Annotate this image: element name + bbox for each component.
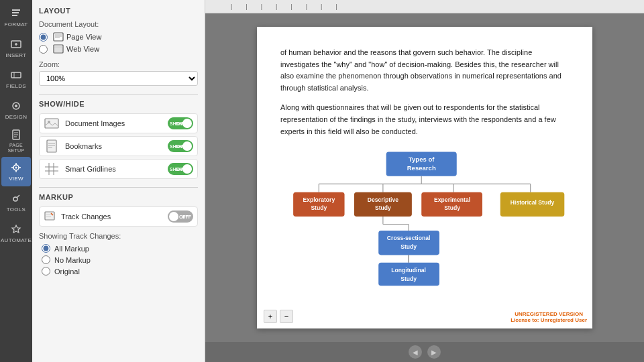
original-option[interactable]: Original bbox=[42, 267, 198, 276]
document-page: of human behavior and the reasons that g… bbox=[257, 27, 592, 328]
track-changes-label: Track Changes bbox=[61, 213, 111, 221]
svg-rect-27 bbox=[54, 48, 62, 52]
smart-gridlines-icon bbox=[44, 162, 60, 176]
all-markup-option[interactable]: All Markup bbox=[42, 244, 198, 253]
web-view-icon bbox=[53, 44, 64, 54]
next-page-button[interactable]: ▶ bbox=[427, 345, 441, 359]
page-view-radio[interactable] bbox=[39, 33, 48, 42]
view-radio-group: Page View Web View bbox=[39, 32, 198, 54]
ruler: |||||||| bbox=[205, 0, 644, 13]
longitudinal-node bbox=[378, 263, 439, 286]
no-markup-option[interactable]: No Markup bbox=[42, 255, 198, 264]
svg-text:Cross-sectional: Cross-sectional bbox=[387, 235, 430, 242]
research-diagram: Types of Research Exploratory Study bbox=[280, 145, 569, 290]
unregistered-badge: UNREGISTERED VERSION License to: Unregis… bbox=[511, 311, 587, 323]
prev-page-button[interactable]: ◀ bbox=[409, 345, 422, 359]
markup-title: MARKUP bbox=[39, 193, 198, 201]
web-view-option[interactable]: Web View bbox=[39, 44, 198, 54]
sidebar-item-page-setup-label: PAGE SETUP bbox=[1, 143, 31, 153]
zoom-out-button[interactable]: − bbox=[280, 310, 293, 323]
diagram-container: Types of Research Exploratory Study bbox=[280, 145, 569, 290]
zoom-in-button[interactable]: + bbox=[264, 310, 277, 323]
page-view-icon bbox=[53, 32, 64, 42]
sidebar-item-insert-label: INSERT bbox=[6, 52, 27, 58]
zoom-select[interactable]: 100% 50% 75% 125% 150% 200% bbox=[39, 71, 198, 86]
sidebar-item-fields[interactable]: FIELDS bbox=[1, 64, 31, 94]
toggle-knob bbox=[182, 119, 192, 128]
svg-rect-28 bbox=[45, 119, 58, 128]
markup-options: All Markup No Markup Original bbox=[39, 244, 198, 276]
divider-2 bbox=[39, 187, 198, 188]
sidebar-item-format-label: FORMAT bbox=[5, 21, 28, 27]
sidebar-item-automate[interactable]: AUTOMATE bbox=[1, 219, 31, 248]
layout-title: LAYOUT bbox=[39, 7, 198, 15]
web-view-radio[interactable] bbox=[39, 45, 48, 54]
main-content: |||||||| of human behavior and the reaso… bbox=[205, 0, 644, 362]
svg-text:Study: Study bbox=[400, 243, 417, 250]
all-markup-radio[interactable] bbox=[42, 244, 50, 253]
svg-text:Study: Study bbox=[375, 205, 391, 212]
zoom-label: Zoom: bbox=[39, 60, 198, 68]
sidebar-item-view[interactable]: VIEW bbox=[1, 157, 31, 186]
no-markup-label: No Markup bbox=[54, 256, 91, 264]
sidebar-item-automate-label: AUTOMATE bbox=[1, 237, 32, 243]
original-label: Original bbox=[54, 267, 80, 276]
page-view-option[interactable]: Page View bbox=[39, 32, 198, 42]
bookmarks-toggle[interactable]: SHOW bbox=[168, 140, 193, 152]
svg-text:Experimental: Experimental bbox=[434, 196, 470, 203]
sidebar-item-tools[interactable]: TOOLS bbox=[1, 188, 31, 217]
sidebar-item-fields-label: FIELDS bbox=[6, 83, 26, 89]
divider-1 bbox=[39, 94, 198, 95]
sidebar-item-design-label: DESIGN bbox=[5, 114, 27, 120]
track-changes-row: Track Changes OFF bbox=[39, 206, 198, 227]
sidebar-item-view-label: VIEW bbox=[9, 176, 23, 182]
sidebar-item-insert[interactable]: INSERT bbox=[1, 34, 31, 63]
show-hide-section: SHOW/HIDE Document Images SHOW bbox=[39, 100, 198, 179]
sidebar-item-page-setup[interactable]: PAGE SETUP bbox=[1, 126, 31, 156]
svg-rect-6 bbox=[11, 72, 21, 78]
svg-point-20 bbox=[13, 197, 17, 201]
toggle-knob-2 bbox=[182, 141, 192, 151]
track-changes-icon bbox=[44, 210, 56, 223]
sidebar-item-tools-label: TOOLS bbox=[7, 206, 25, 213]
document-area[interactable]: of human behavior and the reasons that g… bbox=[205, 13, 644, 342]
sidebar-item-design[interactable]: DESIGN bbox=[1, 95, 31, 125]
bookmarks-icon bbox=[44, 139, 60, 153]
svg-text:Study: Study bbox=[444, 205, 460, 212]
svg-rect-21 bbox=[54, 33, 63, 41]
markup-section: MARKUP Track Changes OFF Showing Track bbox=[39, 193, 198, 276]
original-radio[interactable] bbox=[42, 267, 50, 276]
document-images-icon bbox=[44, 117, 60, 130]
bookmarks-row: Bookmarks SHOW bbox=[39, 136, 198, 156]
svg-text:Longitudinal: Longitudinal bbox=[391, 267, 426, 274]
web-view-label: Web View bbox=[66, 45, 99, 53]
svg-rect-2 bbox=[12, 15, 17, 16]
view-panel: LAYOUT Document Layout: Page View bbox=[32, 0, 205, 362]
paragraph-2: Along with questionnaires that will be g… bbox=[280, 102, 569, 137]
document-images-toggle[interactable]: SHOW bbox=[168, 117, 193, 129]
bookmarks-label: Bookmarks bbox=[65, 142, 102, 150]
svg-text:Study: Study bbox=[400, 276, 417, 282]
svg-text:Descriptive: Descriptive bbox=[368, 196, 399, 203]
svg-text:Types of: Types of bbox=[409, 156, 435, 163]
document-images-label: Document Images bbox=[65, 119, 125, 127]
svg-point-15 bbox=[15, 167, 17, 169]
smart-gridlines-toggle[interactable]: SHOW bbox=[168, 163, 193, 175]
page-view-label: Page View bbox=[66, 33, 101, 41]
sidebar-item-format[interactable]: FORMAT bbox=[1, 3, 31, 32]
showing-label: Showing Track Changes: bbox=[39, 232, 198, 240]
no-markup-radio[interactable] bbox=[42, 255, 50, 264]
track-changes-toggle[interactable]: OFF bbox=[168, 210, 193, 223]
icon-sidebar: FORMAT INSERT FIELDS DESIGN PAGE SETUP bbox=[0, 0, 32, 362]
document-images-row: Document Images SHOW bbox=[39, 113, 198, 133]
svg-point-9 bbox=[15, 105, 17, 107]
smart-gridlines-label: Smart Gridlines bbox=[65, 165, 116, 173]
layout-section: LAYOUT Document Layout: Page View bbox=[39, 7, 198, 86]
smart-gridlines-row: Smart Gridlines SHOW bbox=[39, 159, 198, 179]
svg-rect-30 bbox=[47, 140, 56, 152]
svg-text:Research: Research bbox=[407, 164, 436, 172]
svg-rect-1 bbox=[12, 12, 19, 13]
svg-rect-0 bbox=[12, 9, 20, 11]
zoom-section: Zoom: 100% 50% 75% 125% 150% 200% bbox=[39, 60, 198, 86]
svg-text:Historical Study: Historical Study bbox=[511, 199, 555, 206]
